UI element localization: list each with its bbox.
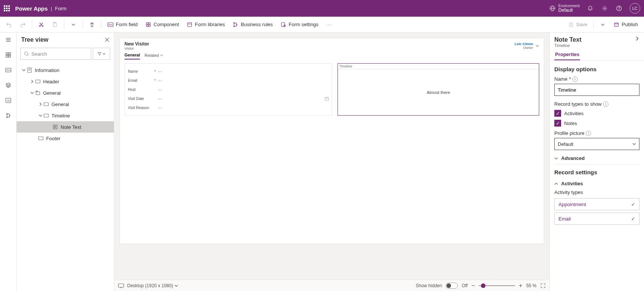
form-icon bbox=[26, 67, 33, 73]
general-section[interactable]: Name*--- Email*--- Host*--- Visit Date*-… bbox=[124, 63, 332, 116]
collapse-icon[interactable] bbox=[635, 36, 639, 41]
form-settings-button[interactable]: Form settings bbox=[277, 20, 322, 29]
components-icon[interactable] bbox=[5, 52, 12, 58]
field-host[interactable]: Host*--- bbox=[128, 85, 329, 94]
filter-button[interactable] bbox=[93, 48, 110, 60]
tree-item-note-text[interactable]: Note Text bbox=[17, 121, 114, 133]
zoom-in-button[interactable]: + bbox=[519, 282, 522, 289]
svg-rect-51 bbox=[44, 103, 48, 106]
zoom-out-button[interactable]: − bbox=[471, 282, 475, 289]
svg-rect-48 bbox=[36, 80, 40, 83]
profile-picture-select[interactable]: Default bbox=[554, 138, 639, 150]
activity-appointment[interactable]: Appointment✓ bbox=[554, 198, 639, 210]
tree-item-header[interactable]: Header bbox=[17, 76, 114, 87]
name-input[interactable] bbox=[554, 84, 639, 96]
more-commands-icon[interactable]: ··· bbox=[323, 20, 335, 29]
activities-section[interactable]: Activities bbox=[554, 181, 639, 186]
notifications-icon[interactable] bbox=[586, 5, 594, 12]
cut-button[interactable] bbox=[35, 20, 47, 29]
tab-related[interactable]: Related bbox=[145, 53, 163, 59]
checkmark-icon: ✓ bbox=[554, 120, 561, 127]
timeline-section[interactable]: Timeline Almost there bbox=[338, 63, 539, 116]
environment-picker[interactable]: Environment Default bbox=[549, 4, 580, 13]
component-button[interactable]: Component bbox=[142, 20, 182, 29]
publish-button[interactable]: Publish bbox=[610, 20, 641, 29]
form-entity: Visitor bbox=[124, 47, 149, 50]
section-icon bbox=[43, 102, 49, 106]
field-name[interactable]: Name*--- bbox=[128, 67, 329, 76]
svg-point-40 bbox=[9, 115, 10, 116]
fit-icon[interactable] bbox=[540, 283, 546, 288]
rules-icon[interactable] bbox=[5, 112, 12, 119]
help-icon[interactable] bbox=[615, 5, 623, 12]
svg-point-39 bbox=[6, 117, 8, 118]
info-icon[interactable]: i bbox=[603, 102, 608, 107]
business-rules-button[interactable]: Business rules bbox=[229, 20, 276, 29]
advanced-section[interactable]: Advanced bbox=[554, 155, 639, 161]
checkmark-icon: ✓ bbox=[631, 202, 635, 207]
svg-rect-21 bbox=[282, 22, 285, 27]
field-icon[interactable]: Abc bbox=[5, 67, 12, 74]
properties-title: Note Text bbox=[554, 36, 582, 43]
chevron-down-icon[interactable] bbox=[67, 20, 79, 29]
tree-item-general-sub[interactable]: General bbox=[17, 99, 114, 110]
hamburger-icon[interactable] bbox=[5, 36, 12, 43]
divider bbox=[593, 20, 594, 29]
command-bar: AbcForm field Component Form libraries B… bbox=[0, 17, 644, 33]
js-icon[interactable]: JS bbox=[5, 97, 12, 104]
chevron-right-icon bbox=[30, 80, 35, 83]
field-visit-date[interactable]: Visit Date*--- bbox=[128, 94, 329, 103]
settings-icon[interactable] bbox=[601, 5, 608, 12]
svg-point-43 bbox=[25, 52, 28, 55]
app-launcher-icon[interactable] bbox=[4, 5, 10, 11]
form-libraries-button[interactable]: Form libraries bbox=[184, 20, 228, 29]
tree-item-information[interactable]: Information bbox=[17, 64, 114, 76]
tree-item-footer[interactable]: Footer bbox=[17, 133, 114, 144]
user-avatar[interactable]: LC bbox=[630, 3, 640, 14]
activity-email[interactable]: Email✓ bbox=[554, 213, 639, 225]
close-icon[interactable] bbox=[105, 38, 109, 42]
redo-button[interactable] bbox=[17, 20, 29, 29]
tab-general[interactable]: General bbox=[124, 53, 140, 59]
field-email[interactable]: Email*--- bbox=[128, 76, 329, 85]
save-dropdown-icon[interactable] bbox=[597, 20, 609, 29]
save-button[interactable]: Save bbox=[565, 20, 591, 29]
checkbox-notes[interactable]: ✓Notes bbox=[554, 120, 639, 127]
owner-field[interactable]: Loic Cimon Owner bbox=[515, 41, 539, 50]
layers-icon[interactable] bbox=[5, 82, 12, 89]
info-icon[interactable]: i bbox=[586, 131, 591, 136]
tree-item-timeline[interactable]: Timeline bbox=[17, 110, 114, 121]
form-field-button[interactable]: AbcForm field bbox=[104, 20, 141, 29]
svg-rect-25 bbox=[614, 23, 619, 26]
profile-picture-label: Profile picturei bbox=[554, 130, 639, 136]
svg-point-7 bbox=[42, 25, 44, 27]
record-types-label: Record types to showi bbox=[554, 101, 639, 107]
brand-name: Power Apps bbox=[15, 5, 48, 12]
zoom-slider[interactable] bbox=[479, 285, 515, 286]
field-visit-reason[interactable]: Visit Reason*--- bbox=[128, 103, 329, 112]
chevron-down-icon bbox=[160, 54, 163, 57]
search-input[interactable]: Search bbox=[20, 48, 91, 60]
chevron-down-icon bbox=[554, 156, 558, 160]
form-preview: New Visitor Visitor Loic Cimon Owner Gen… bbox=[120, 38, 544, 244]
svg-rect-52 bbox=[44, 114, 48, 117]
app-header: Power Apps | Form Environment Default LC bbox=[0, 0, 644, 17]
device-selector[interactable]: Desktop (1920 x 1080) bbox=[127, 283, 178, 288]
chevron-right-icon bbox=[38, 102, 43, 106]
svg-rect-13 bbox=[149, 22, 150, 24]
chevron-down-icon bbox=[174, 284, 178, 288]
show-hidden-toggle[interactable] bbox=[446, 283, 458, 289]
svg-rect-23 bbox=[570, 22, 572, 24]
checkbox-activities[interactable]: ✓Activities bbox=[554, 110, 639, 117]
search-icon bbox=[24, 51, 29, 56]
environment-name: Default bbox=[558, 8, 580, 13]
record-settings-heading: Record settings bbox=[554, 169, 639, 175]
tab-properties[interactable]: Properties bbox=[554, 49, 580, 60]
undo-button[interactable] bbox=[3, 20, 15, 29]
delete-button[interactable] bbox=[86, 20, 98, 29]
info-icon[interactable]: i bbox=[572, 77, 578, 82]
paste-button[interactable] bbox=[49, 20, 61, 29]
svg-rect-15 bbox=[149, 25, 150, 26]
svg-rect-14 bbox=[146, 25, 148, 26]
tree-item-general[interactable]: General bbox=[17, 87, 114, 99]
